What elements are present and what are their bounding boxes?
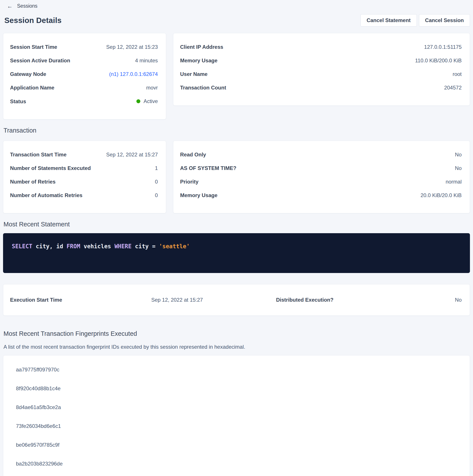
user-name-row: User Name root bbox=[180, 71, 462, 77]
breadcrumb-back-sessions[interactable]: ← Sessions bbox=[3, 2, 37, 9]
transaction-count-value: 204572 bbox=[444, 85, 462, 91]
client-ip-label: Client IP Address bbox=[180, 44, 223, 50]
statements-executed-label: Number of Statements Executed bbox=[10, 165, 91, 171]
automatic-retries-value: 0 bbox=[155, 192, 158, 199]
priority-label: Priority bbox=[180, 178, 198, 185]
status-row: Status Active bbox=[10, 98, 158, 105]
retries-row: Number of Retries 0 bbox=[10, 178, 158, 185]
as-of-system-time-value: No bbox=[455, 165, 462, 171]
session-start-time-label: Session Start Time bbox=[10, 44, 57, 50]
session-start-time-value: Sep 12, 2022 at 15:23 bbox=[106, 44, 158, 50]
session-start-time-row: Session Start Time Sep 12, 2022 at 15:23 bbox=[10, 44, 158, 50]
statements-executed-row: Number of Statements Executed 1 bbox=[10, 165, 158, 171]
execution-start-time-label: Execution Start Time bbox=[10, 297, 151, 303]
session-active-duration-label: Session Active Duration bbox=[10, 57, 70, 64]
fingerprint-item: 8d4ae61a5fb3ce2a bbox=[16, 404, 463, 411]
cancel-session-button[interactable]: Cancel Session bbox=[419, 14, 470, 26]
as-of-system-time-label: AS OF SYSTEM TIME? bbox=[180, 165, 236, 171]
sql-predicate: city = bbox=[131, 243, 159, 250]
application-name-value: movr bbox=[146, 85, 158, 91]
status-active-dot-icon bbox=[136, 99, 140, 103]
application-name-row: Application Name movr bbox=[10, 85, 158, 91]
gateway-node-row: Gateway Node (n1) 127.0.0.1:62674 bbox=[10, 71, 158, 77]
session-memory-usage-label: Memory Usage bbox=[180, 57, 217, 64]
back-arrow-icon: ← bbox=[7, 3, 13, 9]
fingerprint-item: 73fe26034bd6e6c1 bbox=[16, 423, 463, 429]
user-name-value: root bbox=[453, 71, 462, 77]
transaction-count-row: Transaction Count 204572 bbox=[180, 85, 462, 91]
sql-keyword-from: FROM bbox=[66, 243, 80, 250]
fingerprint-item: ba2b203b823296de bbox=[16, 460, 463, 467]
transaction-memory-usage-label: Memory Usage bbox=[180, 192, 217, 199]
transaction-start-time-row: Transaction Start Time Sep 12, 2022 at 1… bbox=[10, 151, 158, 158]
status-value: Active bbox=[144, 98, 158, 104]
session-summary-right-card: Client IP Address 127.0.0.1:51175 Memory… bbox=[173, 33, 470, 106]
automatic-retries-label: Number of Automatic Retries bbox=[10, 192, 82, 199]
application-name-label: Application Name bbox=[10, 85, 54, 91]
fingerprint-item: aa79775ff097970c bbox=[16, 366, 463, 373]
transaction-start-time-value: Sep 12, 2022 at 15:27 bbox=[106, 151, 158, 158]
transaction-memory-usage-value: 20.0 KiB/20.0 KiB bbox=[421, 192, 462, 199]
page-title: Session Details bbox=[4, 16, 62, 25]
transaction-count-label: Transaction Count bbox=[180, 85, 226, 91]
breadcrumb-label: Sessions bbox=[17, 3, 37, 9]
cancel-statement-button[interactable]: Cancel Statement bbox=[360, 14, 417, 26]
transaction-section-title: Transaction bbox=[3, 127, 470, 134]
fingerprint-item: be06e9570f785c9f bbox=[16, 442, 463, 448]
sql-columns: city, id bbox=[32, 243, 67, 250]
client-ip-row: Client IP Address 127.0.0.1:51175 bbox=[180, 44, 462, 50]
as-of-system-time-row: AS OF SYSTEM TIME? No bbox=[180, 165, 462, 171]
status-badge: Active bbox=[136, 98, 158, 104]
page-header: Session Details Cancel Statement Cancel … bbox=[3, 14, 470, 26]
session-summary-left-card: Session Start Time Sep 12, 2022 at 15:23… bbox=[3, 33, 166, 119]
read-only-value: No bbox=[455, 151, 462, 158]
sql-table: vehicles bbox=[80, 243, 114, 250]
fingerprints-description: A list of the most recent transaction fi… bbox=[3, 344, 470, 350]
session-memory-usage-row: Memory Usage 110.0 KiB/200.0 KiB bbox=[180, 57, 462, 64]
gateway-node-label: Gateway Node bbox=[10, 71, 46, 77]
session-summary: Session Start Time Sep 12, 2022 at 15:23… bbox=[3, 33, 470, 119]
fingerprints-card: aa79775ff097970c 8f920c40d88b1c4e 8d4ae6… bbox=[3, 355, 470, 476]
transaction-start-time-label: Transaction Start Time bbox=[10, 151, 66, 158]
status-label: Status bbox=[10, 98, 26, 105]
retries-value: 0 bbox=[155, 178, 158, 185]
execution-start-time-value: Sep 12, 2022 at 15:27 bbox=[151, 297, 276, 303]
session-details-page: ← Sessions Session Details Cancel Statem… bbox=[0, 0, 473, 476]
automatic-retries-row: Number of Automatic Retries 0 bbox=[10, 192, 158, 199]
distributed-execution-value: No bbox=[455, 297, 462, 303]
session-active-duration-row: Session Active Duration 4 minutes bbox=[10, 57, 158, 64]
gateway-node-link[interactable]: (n1) 127.0.0.1:62674 bbox=[109, 71, 158, 77]
sql-string-literal: 'seattle' bbox=[159, 243, 190, 250]
session-active-duration-value: 4 minutes bbox=[135, 57, 158, 64]
header-actions: Cancel Statement Cancel Session bbox=[360, 14, 470, 26]
sql-statement-block: SELECT city, id FROM vehicles WHERE city… bbox=[3, 233, 470, 273]
user-name-label: User Name bbox=[180, 71, 207, 77]
priority-value: normal bbox=[446, 178, 462, 185]
execution-details-card: Execution Start Time Sep 12, 2022 at 15:… bbox=[3, 284, 470, 316]
distributed-execution-label: Distributed Execution? bbox=[276, 297, 455, 303]
sql-statement-text: SELECT city, id FROM vehicles WHERE city… bbox=[12, 242, 461, 250]
transaction-memory-usage-row: Memory Usage 20.0 KiB/20.0 KiB bbox=[180, 192, 462, 199]
read-only-label: Read Only bbox=[180, 151, 206, 158]
session-memory-usage-value: 110.0 KiB/200.0 KiB bbox=[415, 57, 462, 64]
transaction-right-card: Read Only No AS OF SYSTEM TIME? No Prior… bbox=[173, 141, 470, 213]
transaction-left-card: Transaction Start Time Sep 12, 2022 at 1… bbox=[3, 141, 166, 213]
read-only-row: Read Only No bbox=[180, 151, 462, 158]
retries-label: Number of Retries bbox=[10, 178, 55, 185]
statements-executed-value: 1 bbox=[155, 165, 158, 171]
statement-section-title: Most Recent Statement bbox=[3, 221, 470, 228]
sql-keyword-where: WHERE bbox=[114, 243, 131, 250]
fingerprints-section-title: Most Recent Transaction Fingerprints Exe… bbox=[3, 330, 470, 337]
client-ip-value: 127.0.0.1:51175 bbox=[424, 44, 462, 50]
sql-keyword-select: SELECT bbox=[12, 243, 32, 250]
priority-row: Priority normal bbox=[180, 178, 462, 185]
transaction-summary: Transaction Start Time Sep 12, 2022 at 1… bbox=[3, 141, 470, 213]
fingerprint-item: 8f920c40d88b1c4e bbox=[16, 385, 463, 392]
